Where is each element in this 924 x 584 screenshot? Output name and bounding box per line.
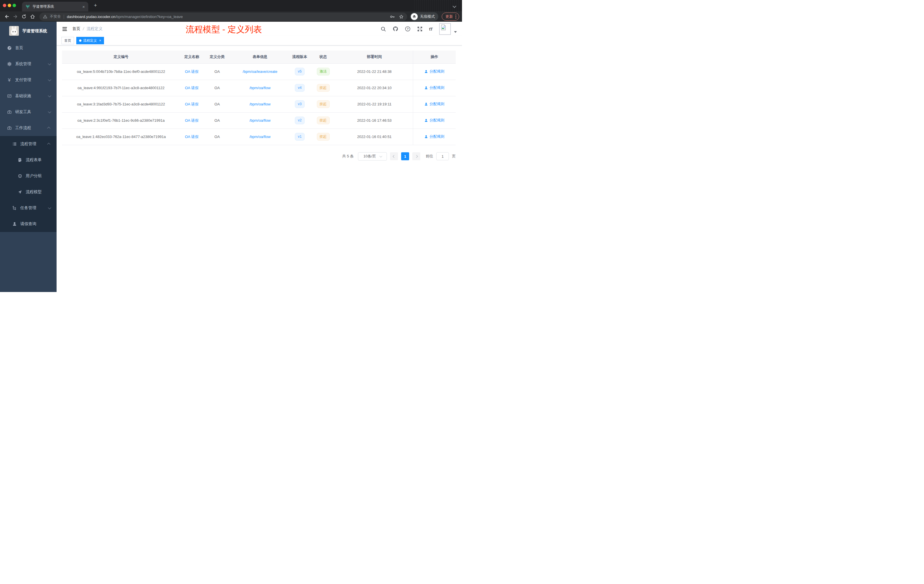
close-window-button[interactable] <box>3 4 6 7</box>
help-icon[interactable]: ? <box>405 26 411 32</box>
sidebar-item-system[interactable]: 系统管理 <box>0 56 56 72</box>
home-button[interactable] <box>28 13 36 21</box>
sidebar-item-leave-query[interactable]: 请假查询 <box>0 216 56 232</box>
tag-home[interactable]: 首页 <box>61 37 74 44</box>
assign-rule-link[interactable]: 分配规则 <box>424 101 444 107</box>
bookmark-star-icon[interactable] <box>399 14 404 19</box>
tag-close-icon[interactable]: × <box>99 39 101 43</box>
avatar[interactable] <box>439 23 451 35</box>
col-definition-name: 定义名称 <box>180 51 203 63</box>
assign-rule-link[interactable]: 分配规则 <box>424 134 444 139</box>
yen-icon: ¥ <box>7 78 12 82</box>
user-icon <box>424 70 428 73</box>
app-title: 芋道管理系统 <box>22 28 47 34</box>
browser-menu-dots-icon[interactable] <box>455 15 456 18</box>
version-badge: v2 <box>295 117 304 124</box>
sidebar-menu: 首页 系统管理 ¥ 支付管理 <box>0 40 56 292</box>
cell-category: OA <box>203 80 231 96</box>
sidebar-item-payment[interactable]: ¥ 支付管理 <box>0 72 56 88</box>
font-size-icon[interactable]: tT <box>429 26 432 31</box>
cell-definition-id: oa_leave:4:991f2193-7b7f-11ec-a3c8-acde4… <box>62 80 180 96</box>
user-icon <box>424 86 428 90</box>
browser-tab-strip: 芋道管理系统 × + <box>0 0 462 12</box>
form-link[interactable]: /bpm/oa/flow <box>249 102 271 106</box>
version-badge: v3 <box>295 100 304 108</box>
url-domain: dashboard.yudao.iocoder.cn <box>67 15 116 19</box>
form-link[interactable]: /bpm/oa/flow <box>249 118 271 122</box>
next-page-button[interactable] <box>412 152 420 160</box>
definition-name-link[interactable]: OA 请假 <box>185 135 198 139</box>
status-badge: 挂起 <box>317 117 330 124</box>
browser-tab[interactable]: 芋道管理系统 × <box>22 2 88 12</box>
definition-name-link[interactable]: OA 请假 <box>185 69 198 74</box>
tab-close-icon[interactable]: × <box>81 4 86 9</box>
version-badge: v4 <box>295 84 304 92</box>
back-button[interactable] <box>3 13 11 21</box>
forward-button[interactable] <box>12 13 20 21</box>
form-link[interactable]: /bpm/oa/flow <box>249 135 271 139</box>
user-icon <box>424 102 428 106</box>
browser-window: 芋道管理系统 × + 不安全 dashboard.yudao.iocoder.c… <box>0 0 462 292</box>
cell-category: OA <box>203 96 231 112</box>
definition-name-link[interactable]: OA 请假 <box>185 118 198 122</box>
version-badge: v5 <box>295 68 304 76</box>
breadcrumb-home[interactable]: 首页 <box>72 26 80 31</box>
github-icon[interactable] <box>393 26 398 32</box>
url-divider <box>64 15 64 19</box>
table-row: oa_leave:3:1fad3d93-7b75-11ec-a3c8-acde4… <box>62 96 456 112</box>
sidebar-item-dev-tools[interactable]: 研发工具 <box>0 104 56 120</box>
form-link[interactable]: /bpm/oa/flow <box>249 86 271 90</box>
goto-page-input[interactable] <box>436 152 449 160</box>
sidebar-item-process-form[interactable]: 流程表单 <box>0 152 56 168</box>
sidebar-logo[interactable]: 芋道管理系统 <box>0 22 56 40</box>
avatar-dropdown-caret-icon[interactable] <box>454 31 457 33</box>
sidebar-item-process-management[interactable]: 流程管理 <box>0 136 56 152</box>
minimize-window-button[interactable] <box>8 4 11 7</box>
tag-current[interactable]: 流程定义 × <box>76 37 104 44</box>
reload-button[interactable] <box>20 13 28 21</box>
tab-search-chevron-icon[interactable] <box>452 4 456 8</box>
new-tab-button[interactable]: + <box>92 2 99 8</box>
version-badge: v1 <box>295 133 304 140</box>
search-icon[interactable] <box>381 26 386 32</box>
col-definition-id: 定义编号 <box>62 51 180 63</box>
cell-category: OA <box>203 129 231 145</box>
password-key-icon[interactable] <box>390 14 395 19</box>
page-number-button[interactable]: 1 <box>401 152 409 160</box>
macos-traffic-lights[interactable] <box>3 4 16 7</box>
sidebar-item-user-group[interactable]: 用户分组 <box>0 168 56 184</box>
page-size-select[interactable]: 10条/页 <box>358 152 387 160</box>
table-header-row: 定义编号 定义名称 定义分类 表单信息 流程版本 状态 部署时间 操作 <box>62 51 456 63</box>
status-badge: 挂起 <box>317 84 330 92</box>
sidebar-item-home[interactable]: 首页 <box>0 40 56 56</box>
prev-page-button[interactable] <box>390 152 398 160</box>
dashboard-icon <box>7 46 12 50</box>
col-operation: 操作 <box>413 51 456 63</box>
assign-rule-link[interactable]: 分配规则 <box>424 85 444 90</box>
cell-deploy-time: 2022-01-22 21:48:38 <box>336 63 413 80</box>
definition-name-link[interactable]: OA 请假 <box>185 86 198 90</box>
col-form-info: 表单信息 <box>231 51 289 63</box>
address-bar[interactable]: 不安全 dashboard.yudao.iocoder.cn/bpm/manag… <box>40 13 407 21</box>
sidebar-item-workflow[interactable]: 工作流程 <box>0 120 56 136</box>
page-unit-label: 页 <box>452 154 456 159</box>
sidebar-item-process-model[interactable]: 流程模型 <box>0 184 56 200</box>
sidebar-item-task-management[interactable]: 任务管理 <box>0 200 56 216</box>
sidebar-item-infrastructure[interactable]: 基础设施 <box>0 88 56 104</box>
cell-definition-id: oa_leave:2:3c1f0ef1-76b1-11ec-9c66-a2380… <box>62 112 180 129</box>
workflow-icon <box>7 126 12 130</box>
annotation-title: 流程模型 - 定义列表 <box>186 24 262 35</box>
chevron-down-icon <box>48 110 51 113</box>
assign-rule-link[interactable]: 分配规则 <box>424 118 444 123</box>
fullscreen-icon[interactable] <box>417 26 422 32</box>
sidebar-collapse-icon[interactable] <box>62 26 67 31</box>
form-link[interactable]: /bpm/oa/leave/create <box>243 69 277 74</box>
chevron-down-icon <box>48 78 51 81</box>
zoom-window-button[interactable] <box>13 4 16 7</box>
assign-rule-link[interactable]: 分配规则 <box>424 69 444 74</box>
definition-name-link[interactable]: OA 请假 <box>185 102 198 106</box>
chevron-down-icon <box>48 94 51 97</box>
chevron-down-icon <box>48 62 51 65</box>
chrome-update-button[interactable]: 更新 <box>442 13 459 21</box>
user-icon <box>424 119 428 122</box>
